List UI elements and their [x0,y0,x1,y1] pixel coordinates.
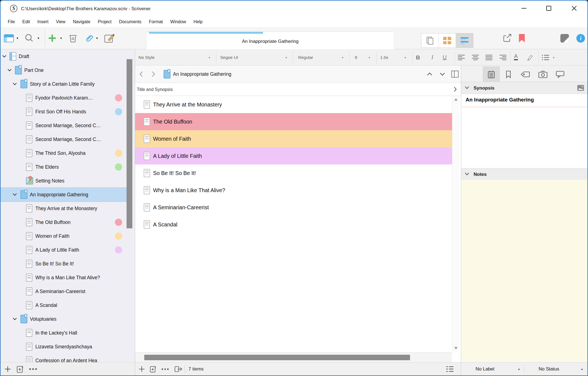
outliner-add-button[interactable] [138,366,145,372]
outliner-row[interactable]: The Old Buffoon [135,113,452,130]
outliner-column-header[interactable]: Title and Synopsis [135,83,461,96]
outliner-add-folder-button[interactable] [149,365,157,373]
outliner-vertical-scrollbar[interactable] [452,96,459,352]
chevron-down-icon[interactable]: ▾ [285,56,287,59]
compose-mode-button[interactable] [560,27,569,49]
outliner-row[interactable]: A Scandal [135,216,452,233]
chevron-down-icon[interactable] [13,318,17,320]
underline-button[interactable]: U [443,49,447,66]
inspector-info-button[interactable]: i [576,27,585,49]
label-dropdown[interactable]: No Label [476,362,494,376]
attach-dropdown[interactable]: ▾ [96,27,98,49]
chevron-down-icon[interactable]: ▾ [369,56,370,59]
synopsis-image-button[interactable] [577,85,584,91]
text-color-button[interactable]: A [514,53,518,60]
menu-item-navigate[interactable]: Navigate [73,19,90,24]
outliner-columns-button[interactable] [446,366,453,372]
synopsis-section-header[interactable]: Synopsis [461,82,588,94]
menu-item-view[interactable]: View [56,19,65,24]
tab-bookmarks[interactable] [500,66,517,82]
back-button[interactable] [139,71,143,77]
align-center-button[interactable] [472,49,479,66]
font-variant-select[interactable]: Regular [298,49,313,66]
share-button[interactable] [502,27,512,49]
chevron-down-icon[interactable] [7,69,12,72]
maximize-button[interactable] [540,1,558,16]
add-item-dropdown[interactable]: ▾ [60,27,62,49]
line-spacing-select[interactable]: 1.0x [380,49,388,66]
chevron-down-icon[interactable] [13,193,17,196]
scroll-down-arrow-icon[interactable] [454,347,458,349]
binder-item[interactable]: Women of Faith [1,229,127,243]
chevron-down-icon[interactable]: ▾ [209,56,210,59]
justify-button[interactable] [485,49,492,66]
style-select[interactable]: No Style [138,49,155,66]
chevron-down-icon[interactable]: ▾ [581,367,583,371]
menu-item-documents[interactable]: Documents [119,19,141,24]
binder-scrollbar-thumb[interactable] [127,59,132,228]
binder-item[interactable]: The Old Buffoon [1,215,127,229]
binder-item[interactable]: In the Lackey's Hall [1,326,127,340]
trash-button[interactable]: ♻ [68,27,78,49]
tab-notes[interactable] [483,66,500,82]
binder-item[interactable]: Confession of an Ardent Hea [1,354,127,362]
outliner-horizontal-scrollbar[interactable] [135,352,452,362]
binder-item[interactable]: Setting Notes [1,174,127,188]
binder-item[interactable]: Second Marriage, Second C… [1,119,127,132]
chevron-down-icon[interactable]: ▾ [518,367,520,371]
editor-tab[interactable]: An Inappropriate Gathering [146,32,394,49]
binder-more-button[interactable]: ••• [29,365,38,373]
binder-item[interactable]: Why is a Man Like That Alive? [1,271,127,284]
attach-button[interactable] [83,27,94,49]
outliner-more-button[interactable]: ••• [161,362,170,376]
split-view-button[interactable] [451,70,459,78]
synopsis-card[interactable]: An Inappropriate Gathering [461,94,588,168]
outliner-row[interactable]: A Seminarian-Careerist [135,199,452,216]
binder-item[interactable]: A Lady of Little Faith [1,243,127,257]
binder-item[interactable]: Voluptuaries [1,312,127,326]
binder-item[interactable]: An Inappropriate Gathering [1,187,127,202]
bold-button[interactable]: B [416,49,420,66]
binder-item[interactable]: Fyodor Pavlovich Karam… [1,91,127,105]
menu-item-format[interactable]: Format [149,19,163,24]
binder-view-button[interactable] [4,27,14,49]
binder-view-dropdown[interactable]: ▾ [17,27,18,49]
binder-add-button[interactable] [4,365,11,373]
binder-item[interactable]: Draft [1,49,127,63]
chevron-down-icon[interactable]: ▾ [553,56,555,59]
menu-item-file[interactable]: File [8,19,15,24]
outliner-view-button[interactable] [456,33,473,48]
status-dropdown[interactable]: No Status [539,362,559,376]
outliner-row[interactable]: Women of Faith [135,130,452,147]
notes-section-header[interactable]: Notes [461,168,588,180]
binder-item[interactable]: Story of a Certain Little Family [1,77,127,91]
tab-snapshots[interactable] [534,66,552,82]
scroll-up-arrow-icon[interactable] [454,98,458,101]
chevron-down-icon[interactable]: ▾ [342,56,343,59]
binder-item[interactable]: Part One [1,63,127,77]
close-button[interactable] [565,1,583,16]
binder-item[interactable]: So Be It! So Be It! [1,257,127,271]
minimize-button[interactable] [515,1,533,16]
binder-item[interactable]: The Third Son, Alyosha [1,146,127,160]
forward-button[interactable] [151,71,156,77]
font-size-select[interactable]: 9 [355,49,357,66]
outliner-row[interactable]: A Lady of Little Faith [135,147,452,164]
next-document-button[interactable] [439,72,445,76]
chevron-down-icon[interactable] [465,86,469,89]
binder-item[interactable]: First Son Off His Hands [1,105,127,119]
list-format-button[interactable] [542,49,549,66]
outliner-row[interactable]: They Arrive at the Monastery [135,96,452,113]
binder-item[interactable]: A Scandal [1,298,127,312]
font-select[interactable]: Segoe UI [220,49,238,66]
scrollbar-thumb[interactable] [144,355,410,360]
align-left-button[interactable] [458,49,465,66]
menu-item-insert[interactable]: Insert [37,19,48,24]
binder-item[interactable]: A Seminarian-Careerist [1,284,127,298]
search-button[interactable] [24,27,34,49]
tab-comments[interactable] [552,66,569,82]
binder-item[interactable]: The Elders [1,160,127,174]
chevron-down-icon[interactable]: ▾ [405,56,406,59]
binder-item[interactable]: Lizaveta Smerdyashchaya [1,340,127,354]
export-button[interactable] [174,365,183,373]
